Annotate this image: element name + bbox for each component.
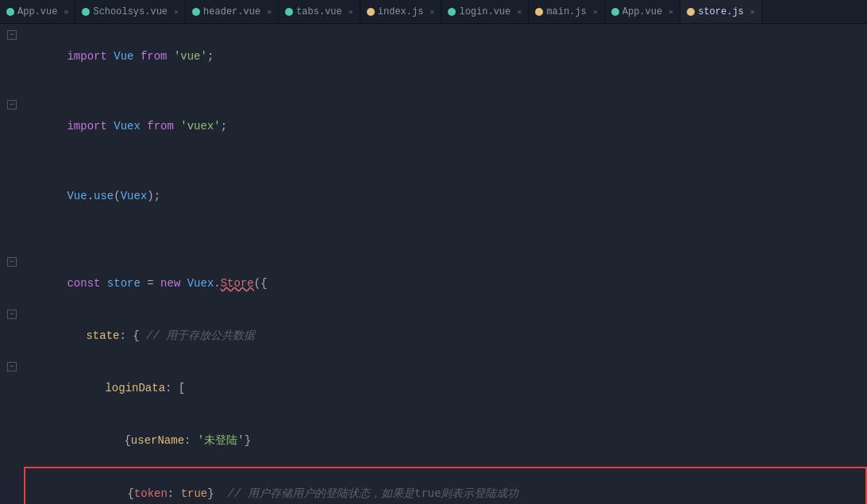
tab-close[interactable]: ✕ xyxy=(517,7,522,17)
tab-app-vue-2[interactable]: App.vue ✕ xyxy=(605,0,680,24)
tab-label: header.vue xyxy=(203,6,260,17)
tab-close[interactable]: ✕ xyxy=(267,7,272,17)
code-line-8: {token: true} // 用户存储用户的登陆状态，如果是true则表示登… xyxy=(0,467,867,504)
code-line-4: − const store = new Vuex.Store({ xyxy=(0,257,867,310)
gutter-2: − xyxy=(0,100,24,110)
tab-close[interactable]: ✕ xyxy=(64,7,68,17)
line-content-7: {userName: '未登陆'} xyxy=(24,414,867,467)
tab-label: main.js xyxy=(546,6,586,17)
tab-icon-js xyxy=(687,8,695,16)
code-line-blank-4 xyxy=(0,240,867,257)
line-content-blank-2 xyxy=(24,152,867,170)
tab-icon-vue xyxy=(611,8,619,16)
tab-app-vue-1[interactable]: App.vue ✕ xyxy=(0,0,75,24)
tab-close[interactable]: ✕ xyxy=(750,7,755,17)
code-line-blank-3 xyxy=(0,222,867,240)
tab-icon-js xyxy=(535,8,543,16)
tab-close[interactable]: ✕ xyxy=(174,7,179,17)
gutter-6: − xyxy=(0,362,24,371)
tab-store-js[interactable]: store.js ✕ xyxy=(680,0,762,24)
tab-label: Schoolsys.vue xyxy=(93,6,168,17)
tab-close[interactable]: ✕ xyxy=(349,7,353,17)
fold-arrow-1[interactable]: − xyxy=(7,30,17,40)
tab-header-vue[interactable]: header.vue ✕ xyxy=(186,0,279,24)
tab-label: tabs.vue xyxy=(296,6,342,17)
tab-schoolsys-vue[interactable]: Schoolsys.vue ✕ xyxy=(75,0,186,24)
line-content-8: {token: true} // 用户存储用户的登陆状态，如果是true则表示登… xyxy=(24,467,867,504)
fold-arrow-5[interactable]: − xyxy=(7,310,17,319)
line-content-blank-4 xyxy=(24,240,867,257)
line-content-blank-3 xyxy=(24,222,867,240)
tab-bar: App.vue ✕ Schoolsys.vue ✕ header.vue ✕ t… xyxy=(0,0,867,24)
tab-label: login.vue xyxy=(459,6,511,17)
tab-close[interactable]: ✕ xyxy=(669,7,673,17)
line-content-4: const store = new Vuex.Store({ xyxy=(24,257,867,310)
tab-close[interactable]: ✕ xyxy=(430,7,434,17)
line-content-5: state: { // 用于存放公共数据 xyxy=(24,310,867,362)
code-line-5: − state: { // 用于存放公共数据 xyxy=(0,310,867,362)
tab-main-js[interactable]: main.js ✕ xyxy=(529,0,604,24)
line-content-3: Vue.use(Vuex); xyxy=(24,170,867,222)
gutter-5: − xyxy=(0,310,24,319)
tab-icon-vue xyxy=(448,8,456,16)
tab-label: store.js xyxy=(698,6,744,17)
tab-icon-vue xyxy=(285,8,293,16)
tab-icon-vue xyxy=(6,8,14,16)
line-content-blank-1 xyxy=(24,83,867,100)
tab-tabs-vue[interactable]: tabs.vue ✕ xyxy=(279,0,360,24)
line-content-1: import Vue from 'vue'; xyxy=(24,30,867,83)
tab-icon-vue xyxy=(192,8,200,16)
line-content-2: import Vuex from 'vuex'; xyxy=(24,100,867,152)
fold-arrow-2[interactable]: − xyxy=(7,100,17,110)
code-line-7: {userName: '未登陆'} xyxy=(0,414,867,467)
code-line-2: − import Vuex from 'vuex'; xyxy=(0,100,867,152)
gutter-4: − xyxy=(0,257,24,267)
line-content-6: loginData: [ xyxy=(24,362,867,414)
code-line-3: Vue.use(Vuex); xyxy=(0,170,867,222)
tab-label: App.vue xyxy=(622,6,662,17)
tab-icon-vue xyxy=(82,8,90,16)
code-line-6: − loginData: [ xyxy=(0,362,867,414)
tab-close[interactable]: ✕ xyxy=(593,7,598,17)
tab-label: index.js xyxy=(378,6,424,17)
tab-icon-js xyxy=(367,8,375,16)
fold-arrow-4[interactable]: − xyxy=(7,257,17,267)
code-line-blank-1 xyxy=(0,83,867,100)
tab-index-js[interactable]: index.js ✕ xyxy=(360,0,442,24)
tab-label: App.vue xyxy=(17,6,57,17)
code-line-blank-2 xyxy=(0,152,867,170)
fold-arrow-6[interactable]: − xyxy=(7,362,17,371)
tab-login-vue[interactable]: login.vue ✕ xyxy=(441,0,529,24)
code-line-1: − import Vue from 'vue'; xyxy=(0,30,867,83)
code-editor[interactable]: − import Vue from 'vue'; − import Vuex f… xyxy=(0,24,867,504)
gutter-1: − xyxy=(0,30,24,40)
